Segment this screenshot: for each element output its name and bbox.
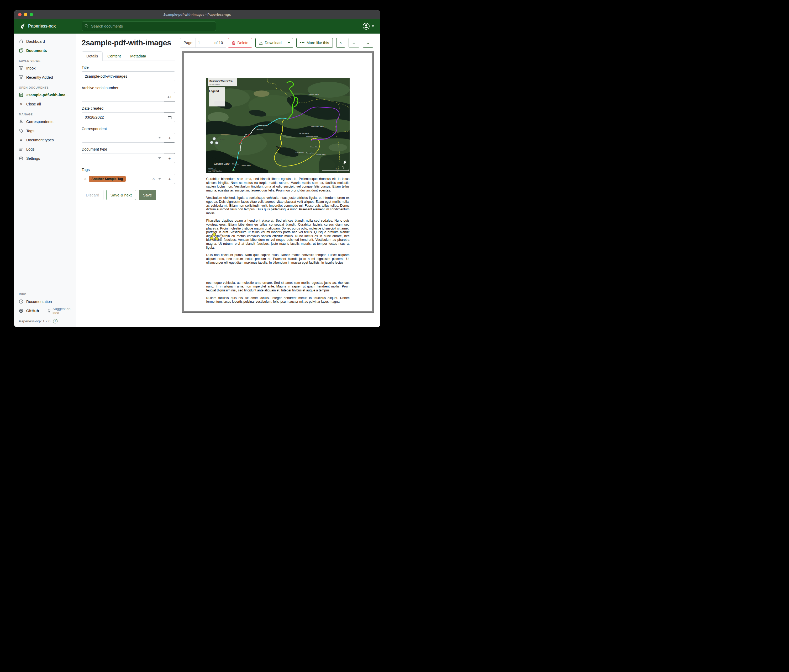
arrow-right-icon: → <box>366 41 370 45</box>
list-lines-icon <box>19 147 23 151</box>
tags-label: Tags <box>81 167 175 172</box>
close-document-button[interactable]: × <box>336 38 345 48</box>
pdf-paragraph: Phasellus dapibus quam a hendrerit place… <box>206 219 350 250</box>
question-circle-icon: ? <box>19 299 23 304</box>
date-created-input[interactable] <box>81 112 164 122</box>
discard-button[interactable]: Discard <box>81 189 104 200</box>
sidebar-item-github[interactable]: GitHub <box>14 306 43 315</box>
info-icon[interactable]: i <box>53 319 57 323</box>
sidebar-item-label: Recently Added <box>26 75 53 80</box>
sidebar-item-close-all[interactable]: ✕ Close all <box>14 99 76 108</box>
calendar-button[interactable] <box>164 112 175 122</box>
page-label: Page <box>180 38 196 48</box>
sidebar-item-tags[interactable]: Tags <box>14 126 76 135</box>
map-label: Charlies Island <box>241 165 251 166</box>
map-label: Norway Island <box>306 152 315 154</box>
asn-input[interactable] <box>81 92 164 102</box>
documents-icon <box>19 48 23 53</box>
tab-details[interactable]: Details <box>81 51 103 61</box>
leaf-logo-icon <box>20 23 26 29</box>
map-label: New York Island <box>258 124 268 126</box>
map-label: Lincoln Island <box>310 146 319 148</box>
clear-tags-icon[interactable]: ✕ <box>152 177 155 181</box>
sidebar-item-document-types[interactable]: # Document types <box>14 135 76 145</box>
detail-tabs: Details Content Metadata <box>81 51 175 61</box>
sidebar-item-logs[interactable]: Logs <box>14 145 76 154</box>
sidebar-item-label: 2sample-pdf-with-ima... <box>26 93 69 97</box>
add-tag-button[interactable]: + <box>164 174 175 184</box>
download-options-button[interactable] <box>285 38 293 48</box>
sidebar-item-dashboard[interactable]: Dashboard <box>14 37 76 46</box>
add-correspondent-button[interactable]: + <box>164 133 175 143</box>
asn-label: Archive serial number <box>81 86 175 90</box>
sidebar-item-documents[interactable]: Documents <box>14 46 76 55</box>
svg-text:3 mi: 3 mi <box>335 168 338 170</box>
next-document-button[interactable]: → <box>363 38 374 48</box>
sidebar-item-settings[interactable]: Settings <box>14 154 76 163</box>
pdf-page: Hausons IslandNew York IslandGary Island… <box>184 53 372 311</box>
home-icon <box>19 39 23 43</box>
map-label: Squirrel Island <box>316 154 325 155</box>
page-title: 2sample-pdf-with-images <box>81 38 171 47</box>
save-button[interactable]: Save <box>139 189 156 200</box>
brand[interactable]: Paperless-ngx <box>20 23 56 29</box>
legend-label: Day 1 <box>220 138 224 143</box>
sidebar-item-correspondents[interactable]: Correspondents <box>14 117 76 126</box>
download-label: Download <box>265 41 282 45</box>
sidebar-item-label: Settings <box>26 156 40 161</box>
more-like-this-button[interactable]: ••• More like this <box>296 38 333 48</box>
page-number-input[interactable] <box>196 38 211 48</box>
close-icon: ✕ <box>19 102 23 106</box>
trash-icon <box>232 41 235 45</box>
form-actions: Discard Save & next Save <box>81 189 175 200</box>
sidebar: Dashboard Documents SAVED VIEWS Inbox Re… <box>14 33 76 327</box>
title-label: Title <box>81 65 175 70</box>
tag-pill[interactable]: Another Sample Tag <box>89 176 126 182</box>
sidebar-item-recently-added[interactable]: Recently Added <box>14 73 76 82</box>
map-label: Half Dog Island <box>299 132 309 134</box>
correspondent-select[interactable] <box>81 133 164 143</box>
save-next-button[interactable]: Save & next <box>106 189 136 200</box>
user-menu[interactable] <box>363 23 374 30</box>
sidebar-item-inbox[interactable]: Inbox <box>14 64 76 73</box>
delete-button[interactable]: Delete <box>228 38 252 48</box>
calendar-icon <box>168 115 172 119</box>
asn-plus-one-button[interactable]: +1 <box>164 92 175 102</box>
chevron-down-icon <box>288 42 290 43</box>
page-navigator: Page of 10 <box>180 38 226 48</box>
person-icon <box>19 119 23 124</box>
search-box[interactable] <box>81 22 216 31</box>
add-document-type-button[interactable]: + <box>164 153 175 163</box>
title-input[interactable] <box>81 71 175 81</box>
sidebar-item-label: GitHub <box>26 309 39 313</box>
remove-tag-icon[interactable]: ✕ <box>84 177 87 181</box>
user-avatar-icon <box>363 23 370 30</box>
download-button[interactable]: Download <box>256 38 285 48</box>
previous-document-button[interactable]: ← <box>348 38 359 48</box>
pdf-paragraph: Nullam facilisis quis nisl sit amet iacu… <box>206 296 350 304</box>
sidebar-item-label: Close all <box>26 102 41 106</box>
document-type-label: Document type <box>81 147 175 151</box>
map-title-box: Boundary Waters Trip Six days in BWCA <box>208 78 237 86</box>
search-input[interactable] <box>91 24 213 29</box>
map-label: Canoe Island <box>295 151 304 153</box>
legend-item: Day 2 <box>209 189 225 284</box>
chevron-down-icon <box>372 25 374 27</box>
tag-icon <box>19 129 23 133</box>
sidebar-item-open-document[interactable]: 2sample-pdf-with-ima... <box>14 90 76 99</box>
map-label: Text <box>276 146 281 149</box>
sidebar-item-documentation[interactable]: ? Documentation <box>14 297 76 306</box>
legend-label: Day 2 <box>220 234 224 239</box>
chevron-down-icon <box>158 158 161 159</box>
tab-content[interactable]: Content <box>103 51 125 61</box>
sidebar-item-label: Document types <box>26 138 54 142</box>
tags-select[interactable]: ✕ Another Sample Tag ✕ <box>81 174 164 184</box>
pdf-text: Curabitur bibendum ante urna, sed blandi… <box>206 177 350 304</box>
legend-item: Day 3 <box>209 285 225 311</box>
track-icon <box>209 189 219 284</box>
document-type-select[interactable] <box>81 153 164 163</box>
sidebar-item-suggest-idea[interactable]: Suggest an idea <box>47 307 76 315</box>
pdf-preview-pane[interactable]: Hausons IslandNew York IslandGary Island… <box>182 51 374 313</box>
close-icon: × <box>340 41 342 45</box>
tab-metadata[interactable]: Metadata <box>125 51 151 61</box>
